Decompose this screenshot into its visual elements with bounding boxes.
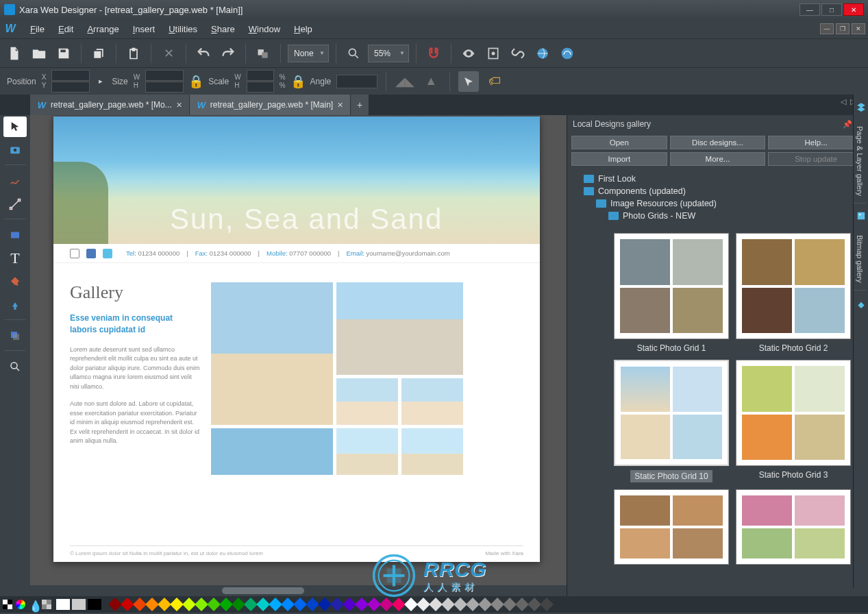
undo-icon[interactable] [193,43,214,64]
names-icon[interactable] [253,43,273,64]
publish-icon[interactable] [557,43,578,64]
pos-y-input[interactable] [51,82,90,93]
profile-dropdown[interactable]: None [288,45,329,62]
fill-gallery-icon[interactable] [854,297,868,314]
angle-input[interactable] [336,75,377,88]
snap-icon[interactable] [423,43,444,64]
facebook-icon[interactable] [86,249,96,258]
color-swatch[interactable] [158,598,171,611]
color-swatch[interactable] [540,598,554,611]
color-swatch[interactable] [269,598,282,611]
tag-icon[interactable]: 🏷 [484,71,505,92]
photo-tool-icon[interactable] [3,140,27,160]
checker-swatch[interactable] [42,600,51,609]
thumb-grid-2[interactable]: Static Photo Grid 2 [736,233,851,353]
menu-window[interactable]: Window [242,21,287,37]
pin-icon[interactable]: 📌 [843,120,852,129]
tab-document-2[interactable]: W retreat_gallery_page.web * [Main] ✕ [190,95,351,115]
color-swatch[interactable] [355,598,369,611]
bitmap-tab[interactable]: Bitmap gallery [854,228,866,291]
freehand-tool-icon[interactable] [3,171,27,191]
white-swatch[interactable] [56,599,70,610]
thumb-grid-next2[interactable] [736,489,851,565]
color-swatch[interactable] [528,598,541,611]
scale-h-input[interactable] [247,82,274,93]
redo-icon[interactable] [218,43,238,64]
pos-spinner-icon[interactable]: ▸ [95,71,106,92]
paste-icon[interactable] [123,43,144,64]
hero-image[interactable]: Sun, Sea and Sand [53,116,540,244]
grid-photo-2[interactable] [336,282,463,375]
copy-icon[interactable] [88,43,109,64]
grid-photo-7[interactable] [401,428,463,475]
menu-help[interactable]: Help [287,21,319,37]
color-swatch[interactable] [429,598,443,611]
color-swatch[interactable] [404,598,418,611]
color-swatch[interactable] [478,598,492,611]
preview-icon[interactable] [458,43,479,64]
shadow-tool-icon[interactable] [3,326,27,346]
size-w-input[interactable] [145,70,184,81]
black-swatch[interactable] [88,599,101,610]
canvas[interactable]: Sun, Sea and Sand Tel: 01234 000000 | Fa… [30,115,567,596]
help-button[interactable]: Help... [768,136,864,149]
scale-lock-icon[interactable]: 🔒 [291,71,305,92]
color-swatch[interactable] [392,598,406,611]
more-button[interactable]: More... [670,152,766,166]
color-swatch[interactable] [380,598,393,611]
mdi-close-button[interactable]: ✕ [852,23,865,34]
mdi-restore-button[interactable]: ❐ [836,23,850,34]
page-layer-tab[interactable]: Page & Layer gallery [854,119,866,204]
maximize-button[interactable]: □ [821,3,842,16]
page-layer-icon[interactable] [854,99,868,115]
close-icon[interactable]: ✕ [176,101,182,110]
grid-photo-4[interactable] [401,378,463,425]
tree-photo-grids[interactable]: Photo Grids - NEW [571,210,864,222]
scale-w-input[interactable] [247,70,274,81]
menu-utilities[interactable]: Utilities [162,21,204,37]
export-icon[interactable] [532,43,553,64]
zoom-tool-icon[interactable] [3,356,27,377]
color-swatch[interactable] [491,598,504,611]
color-swatch[interactable] [195,598,208,611]
close-button[interactable]: ✕ [843,3,864,16]
photo-grid[interactable] [211,282,523,475]
menu-edit[interactable]: Edit [51,21,80,37]
pos-x-input[interactable] [51,70,90,81]
import-button[interactable]: Import [571,152,667,166]
color-swatch[interactable] [145,598,159,611]
transparency-tool-icon[interactable] [3,295,27,315]
arrow-icon[interactable] [458,71,479,92]
grid-photo-3[interactable] [336,378,398,425]
color-swatch[interactable] [256,598,270,611]
line-tool-icon[interactable] [3,194,27,214]
color-swatch[interactable] [503,598,517,611]
size-h-input[interactable] [145,82,184,93]
tree-first-look[interactable]: First Look [571,173,864,185]
preview-page-icon[interactable] [483,43,504,64]
fill-tool-icon[interactable] [3,271,27,292]
thumb-grid-next1[interactable] [614,489,729,565]
tree-components[interactable]: Components (updated) [571,185,864,197]
thumb-grid-3[interactable]: Static Photo Grid 3 [736,360,851,482]
delete-icon[interactable]: ✕ [158,43,179,64]
color-swatch[interactable] [466,598,480,611]
eyedropper-icon[interactable]: 💧 [29,600,38,609]
zoom-tool-icon[interactable] [343,43,364,64]
no-color-swatch[interactable] [3,600,12,609]
color-swatch[interactable] [281,598,295,611]
color-swatch[interactable] [219,598,233,611]
color-swatch[interactable] [515,598,529,611]
color-swatch[interactable] [318,598,332,611]
minimize-button[interactable]: — [799,3,820,16]
color-swatch[interactable] [182,598,196,611]
grid-photo-6[interactable] [336,428,398,475]
menu-arrange[interactable]: Arrange [80,21,125,37]
link-icon[interactable] [508,43,528,64]
new-tab-button[interactable]: + [351,95,369,115]
color-swatch[interactable] [343,598,356,611]
color-swatch[interactable] [108,598,122,611]
menu-insert[interactable]: Insert [126,21,162,37]
disc-designs-button[interactable]: Disc designs... [670,136,766,149]
color-swatch[interactable] [417,598,430,611]
